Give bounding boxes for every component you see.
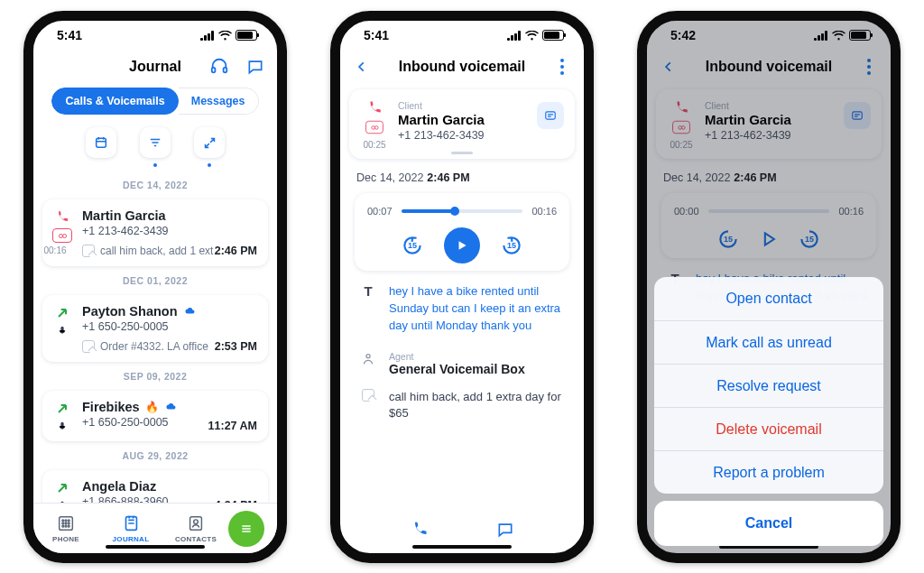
svg-point-26	[867, 71, 871, 75]
call-row[interactable]: Firebikes 🔥 +1 650-250-0005 11:27 AM	[42, 391, 268, 441]
drag-handle[interactable]	[451, 152, 473, 154]
chat-icon[interactable]	[243, 54, 268, 79]
svg-point-19	[560, 59, 564, 62]
agent-name: General Voicemail Box	[389, 362, 525, 376]
player-elapsed: 00:00	[674, 206, 699, 217]
cell-signal-icon	[814, 31, 828, 41]
date-separator: AUG 29, 2022	[42, 450, 268, 461]
clock: 5:41	[57, 28, 82, 42]
headset-icon[interactable]	[207, 54, 232, 79]
sheet-cancel[interactable]: Cancel	[654, 501, 883, 546]
call-note: call him back, add 1 extra d...	[100, 245, 226, 257]
contact-name: Firebikes	[82, 400, 140, 414]
new-action-fab[interactable]	[228, 511, 264, 547]
sheet-report-problem[interactable]: Report a problem	[654, 450, 883, 494]
action-sheet: Open contact Mark call as unread Resolve…	[654, 277, 883, 546]
sheet-open-contact[interactable]: Open contact	[654, 277, 883, 320]
message-button[interactable]	[493, 517, 518, 542]
recording-mic-icon	[58, 499, 67, 503]
sort-filter-button[interactable]	[140, 127, 171, 158]
note-icon	[82, 245, 95, 257]
cell-signal-icon	[507, 31, 522, 41]
vm-duration: 00:25	[670, 140, 692, 150]
contact-phone: +1 650-250-0005	[82, 320, 257, 333]
outbound-call-icon	[55, 402, 69, 416]
tab-phone[interactable]: PHONE	[33, 513, 98, 543]
audio-player: 00:00 00:16 15 15	[661, 193, 876, 258]
sheet-resolve-request[interactable]: Resolve request	[654, 364, 883, 407]
forward-15-button[interactable]: 15	[500, 234, 523, 257]
call-list: DEC 14, 2022 Martin Garcia +1 213-462-34…	[33, 174, 277, 503]
note-icon	[82, 340, 95, 353]
tab-journal[interactable]: JOURNAL	[98, 513, 163, 543]
call-back-button[interactable]	[407, 517, 432, 542]
contact-name: Martin Garcia	[82, 208, 166, 223]
svg-point-25	[867, 65, 871, 69]
back-button[interactable]	[656, 54, 681, 79]
player-elapsed: 00:07	[367, 206, 393, 217]
recording-mic-icon	[58, 420, 67, 432]
more-menu-button[interactable]	[856, 54, 882, 79]
client-card: 00:25 Client Martin Garcia +1 213-462-34…	[656, 89, 882, 159]
fire-emoji-icon: 🔥	[145, 401, 159, 413]
call-row[interactable]: Angela Diaz +1 866-888-3960 4:34 PM	[42, 470, 268, 503]
client-label: Client	[705, 100, 791, 111]
rewind-15-button: 15	[716, 227, 740, 251]
rewind-15-button[interactable]: 15	[401, 234, 424, 257]
segment-messages[interactable]: Messages	[179, 88, 259, 115]
tab-label: PHONE	[52, 535, 79, 543]
progress-track	[708, 209, 830, 213]
segment-calls-voicemails[interactable]: Calls & Voicemails	[51, 88, 178, 115]
sheet-delete-voicemail[interactable]: Delete voicemail	[654, 407, 883, 450]
more-menu-button[interactable]	[550, 54, 575, 79]
tab-label: CONTACTS	[175, 535, 217, 543]
play-button[interactable]	[444, 227, 480, 263]
page-title: Inbound voicemail	[706, 59, 832, 75]
back-button[interactable]	[349, 54, 374, 79]
sheet-mark-unread[interactable]: Mark call as unread	[654, 320, 883, 364]
voicemail-badge-icon	[52, 228, 72, 243]
wifi-icon	[832, 31, 845, 41]
home-indicator[interactable]	[106, 545, 205, 549]
battery-icon	[849, 30, 871, 41]
svg-rect-0	[212, 68, 216, 73]
progress-track[interactable]	[402, 209, 523, 213]
svg-rect-1	[224, 68, 227, 73]
contact-phone: +1 213-462-3439	[82, 225, 257, 237]
client-name: Martin Garcia	[398, 112, 485, 127]
date-separator: DEC 14, 2022	[42, 180, 268, 190]
home-indicator[interactable]	[412, 545, 512, 549]
calendar-filter-button[interactable]	[86, 127, 116, 158]
voicemail-action-sheet-screen: 5:42 Inbound voicemail 00:25 Client Mart…	[637, 11, 901, 563]
cell-signal-icon	[200, 31, 215, 41]
open-contact-button[interactable]	[537, 102, 564, 129]
client-label: Client	[398, 100, 485, 111]
note-row[interactable]: call him back, add 1 extra day for $65	[355, 389, 569, 421]
voicemail-detail-screen: 5:41 Inbound voicemail	[330, 11, 594, 563]
expand-button[interactable]	[194, 127, 225, 158]
open-contact-button	[844, 102, 871, 129]
svg-point-13	[62, 525, 64, 527]
client-card[interactable]: 00:25 Client Martin Garcia +1 213-462-34…	[349, 89, 575, 159]
battery-icon	[236, 30, 257, 41]
tab-contacts[interactable]: CONTACTS	[163, 513, 228, 543]
battery-icon	[542, 30, 564, 41]
agent-label: Agent	[389, 351, 525, 362]
call-duration: 00:16	[41, 245, 69, 255]
recording-mic-icon	[58, 324, 67, 337]
svg-point-9	[68, 520, 69, 522]
call-row[interactable]: Payton Shanon +1 650-250-0005 Order #433…	[42, 295, 268, 362]
call-row[interactable]: Martin Garcia +1 213-462-3439 call him b…	[42, 199, 268, 266]
tab-label: JOURNAL	[113, 535, 150, 543]
call-time: 2:53 PM	[215, 340, 257, 353]
transcript-text[interactable]: hey I have a bike rented until Sunday bu…	[389, 283, 566, 335]
vm-duration: 00:25	[363, 140, 385, 150]
page-title: Journal	[129, 59, 181, 75]
app-header: Inbound voicemail	[647, 50, 891, 84]
transcript-icon: T	[358, 283, 378, 335]
svg-point-10	[62, 522, 64, 524]
outbound-call-icon	[55, 481, 69, 495]
note-icon	[362, 389, 374, 402]
agent-row: Agent General Voicemail Box	[355, 351, 569, 376]
call-time: 4:34 PM	[215, 499, 257, 503]
